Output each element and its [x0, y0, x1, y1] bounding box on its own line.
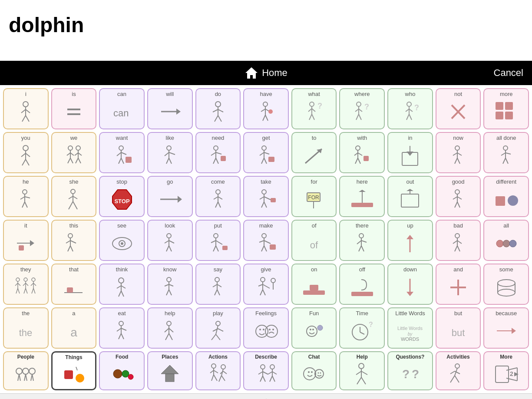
svg-point-63: [76, 146, 80, 150]
cell-5-4[interactable]: play: [195, 307, 241, 349]
cell-icon-4-6: [294, 273, 334, 302]
cell-0-9[interactable]: not: [436, 88, 481, 129]
cell-0-6[interactable]: what?: [291, 88, 337, 129]
cell-6-10[interactable]: More2: [483, 351, 529, 390]
cancel-button[interactable]: Cancel: [494, 67, 523, 79]
cell-3-0[interactable]: it: [3, 220, 49, 261]
svg-line-15: [215, 115, 218, 122]
cell-3-8[interactable]: up: [387, 220, 433, 261]
cell-2-3[interactable]: go: [147, 176, 193, 217]
cell-2-10[interactable]: different: [483, 176, 529, 217]
cell-icon-5-6: [294, 317, 334, 346]
cell-6-9[interactable]: Activities: [436, 351, 481, 390]
cell-1-4[interactable]: need: [195, 132, 241, 173]
cell-5-5[interactable]: Feelings: [243, 307, 289, 349]
cell-0-2[interactable]: cancan: [99, 88, 145, 129]
cell-6-0[interactable]: People: [3, 351, 49, 390]
cell-3-2[interactable]: see: [99, 220, 145, 261]
cell-6-8[interactable]: Questions???: [387, 351, 433, 390]
cell-2-2[interactable]: stopSTOP: [99, 176, 145, 217]
cell-6-3[interactable]: Places: [147, 351, 193, 390]
cell-2-4[interactable]: come: [195, 176, 241, 217]
cell-6-6[interactable]: Chat: [291, 351, 337, 390]
cell-5-7[interactable]: Time?: [339, 307, 385, 349]
cell-4-0[interactable]: they: [3, 264, 49, 305]
cell-5-2[interactable]: eat: [99, 307, 145, 349]
cell-label-2-3: go: [150, 178, 190, 185]
cell-4-4[interactable]: say: [195, 264, 241, 305]
cell-4-6[interactable]: on: [291, 264, 337, 305]
svg-line-139: [218, 197, 222, 199]
cell-3-1[interactable]: this: [51, 220, 97, 261]
cell-6-5[interactable]: Describe: [243, 351, 289, 390]
cell-4-10[interactable]: some: [483, 264, 529, 305]
cell-icon-5-7: ?: [342, 317, 382, 346]
cell-2-5[interactable]: take: [243, 176, 289, 217]
cell-3-5[interactable]: make: [243, 220, 289, 261]
svg-rect-48: [505, 102, 513, 110]
cell-1-5[interactable]: get: [243, 132, 289, 173]
svg-rect-263: [310, 285, 318, 290]
cell-1-6[interactable]: to: [291, 132, 337, 173]
cell-4-1[interactable]: that: [51, 264, 97, 305]
cell-6-2[interactable]: Food: [99, 351, 145, 390]
svg-line-33: [355, 109, 359, 112]
cell-2-7[interactable]: here: [339, 176, 385, 217]
cell-6-4[interactable]: Actions: [195, 351, 241, 390]
cell-6-1[interactable]: Things: [51, 351, 97, 390]
cell-1-3[interactable]: like: [147, 132, 193, 173]
cell-0-8[interactable]: who?: [387, 88, 433, 129]
cell-0-3[interactable]: will: [147, 88, 193, 129]
cell-6-7[interactable]: Help: [339, 351, 385, 390]
cell-5-9[interactable]: butbut: [436, 307, 481, 349]
cell-5-10[interactable]: because: [483, 307, 529, 349]
cell-4-7[interactable]: off: [339, 264, 385, 305]
svg-line-34: [359, 109, 362, 112]
cell-0-1[interactable]: is: [51, 88, 97, 129]
cell-4-5[interactable]: give: [243, 264, 289, 305]
cell-5-6[interactable]: Fun: [291, 307, 337, 349]
cell-2-8[interactable]: out: [387, 176, 433, 217]
cell-5-0[interactable]: thethe: [3, 307, 49, 349]
svg-point-216: [16, 278, 20, 281]
svg-line-79: [169, 152, 175, 155]
cell-icon-5-2: [102, 317, 142, 346]
cell-2-9[interactable]: good: [436, 176, 481, 217]
cell-1-8[interactable]: in: [387, 132, 433, 173]
cell-icon-3-4: [198, 229, 238, 258]
cell-5-1[interactable]: aa: [51, 307, 97, 349]
svg-point-24: [310, 102, 314, 106]
cell-3-7[interactable]: there: [339, 220, 385, 261]
cell-0-7[interactable]: where?: [339, 88, 385, 129]
cell-3-4[interactable]: put: [195, 220, 241, 261]
svg-line-125: [25, 202, 27, 208]
cell-3-6[interactable]: ofof: [291, 220, 337, 261]
bottom-home-button[interactable]: [258, 397, 274, 399]
cell-1-10[interactable]: all done: [483, 132, 529, 173]
cell-5-3[interactable]: help: [147, 307, 193, 349]
cell-5-8[interactable]: Little WordsLittle WordsbyWORDS: [387, 307, 433, 349]
cell-icon-1-3: [150, 142, 190, 170]
cell-3-3[interactable]: look: [147, 220, 193, 261]
cell-2-1[interactable]: she: [51, 176, 97, 217]
cell-1-9[interactable]: now: [436, 132, 481, 173]
cell-1-2[interactable]: want: [99, 132, 145, 173]
cell-0-5[interactable]: have: [243, 88, 289, 129]
svg-point-254: [261, 277, 265, 282]
cell-icon-1-10: [486, 142, 526, 170]
cell-4-3[interactable]: know: [147, 264, 193, 305]
cell-1-0[interactable]: you: [3, 132, 49, 173]
cell-3-9[interactable]: bad: [436, 220, 481, 261]
cell-4-2[interactable]: think: [99, 264, 145, 305]
cell-4-9[interactable]: and: [436, 264, 481, 305]
cell-1-1[interactable]: we: [51, 132, 97, 173]
cell-3-10[interactable]: all: [483, 220, 529, 261]
cell-4-8[interactable]: down: [387, 264, 433, 305]
cell-0-10[interactable]: more: [483, 88, 529, 129]
cell-2-6[interactable]: forFOR: [291, 176, 337, 217]
cell-1-7[interactable]: with: [339, 132, 385, 173]
cell-2-0[interactable]: he: [3, 176, 49, 217]
cell-0-0[interactable]: i: [3, 88, 49, 129]
cell-0-4[interactable]: do: [195, 88, 241, 129]
home-button[interactable]: Home: [245, 66, 287, 80]
